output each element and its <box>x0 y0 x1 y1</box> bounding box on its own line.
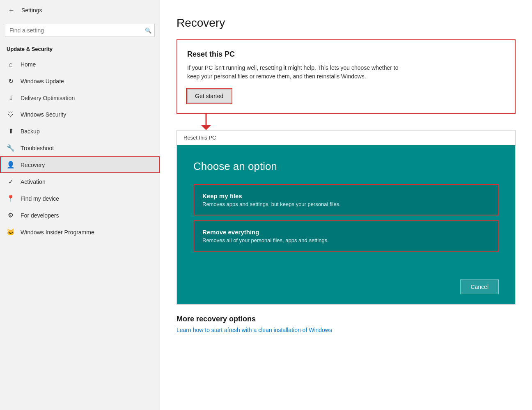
sidebar-item-label-windows-insider: Windows Insider Programme <box>21 229 94 236</box>
get-started-button[interactable]: Get started <box>187 89 231 103</box>
cancel-button[interactable]: Cancel <box>460 279 499 294</box>
sidebar-nav: ⌂Home↻Windows Update⤓Delivery Optimisati… <box>0 56 160 241</box>
more-recovery-options: More recovery options Learn how to start… <box>177 305 516 333</box>
sidebar-item-recovery[interactable]: 👤Recovery <box>0 156 160 173</box>
sidebar-item-label-backup: Backup <box>21 128 40 135</box>
dialog-heading: Choose an option <box>193 160 499 173</box>
dialog-footer: Cancel <box>177 273 515 304</box>
keep-files-option[interactable]: Keep my files Removes apps and settings,… <box>193 184 499 215</box>
reset-pc-card: Reset this PC If your PC isn't running w… <box>177 39 516 114</box>
find-my-device-icon: 📍 <box>7 195 15 202</box>
remove-everything-desc: Removes all of your personal files, apps… <box>202 237 490 243</box>
reset-dialog: Reset this PC Choose an option Keep my f… <box>177 130 516 305</box>
arrow-indicator <box>177 114 516 130</box>
section-label: Update & Security <box>0 44 160 56</box>
dialog-body: Choose an option Keep my files Removes a… <box>177 145 515 273</box>
sidebar-item-troubleshoot[interactable]: 🔧Troubleshoot <box>0 140 160 156</box>
dialog-titlebar: Reset this PC <box>177 131 515 145</box>
sidebar-item-label-recovery: Recovery <box>21 162 45 168</box>
keep-files-desc: Removes apps and settings, but keeps you… <box>202 201 490 207</box>
windows-security-icon: 🛡 <box>7 111 15 118</box>
main-content: Recovery Reset this PC If your PC isn't … <box>160 0 532 410</box>
app-title: Settings <box>21 7 42 14</box>
sidebar-item-for-developers[interactable]: ⚙For developers <box>0 207 160 224</box>
sidebar-item-label-troubleshoot: Troubleshoot <box>21 145 54 151</box>
back-icon: ← <box>8 7 15 14</box>
sidebar-item-find-my-device[interactable]: 📍Find my device <box>0 190 160 207</box>
sidebar-item-label-activation: Activation <box>21 179 46 185</box>
search-input[interactable] <box>5 24 155 37</box>
sidebar-item-windows-security[interactable]: 🛡Windows Security <box>0 106 160 123</box>
delivery-optimisation-icon: ⤓ <box>7 94 15 102</box>
sidebar-item-label-home: Home <box>21 61 36 68</box>
sidebar-item-delivery-optimisation[interactable]: ⤓Delivery Optimisation <box>0 89 160 106</box>
search-box: 🔍 <box>5 24 155 37</box>
search-icon: 🔍 <box>145 27 151 34</box>
reset-pc-title: Reset this PC <box>187 50 505 59</box>
remove-everything-title: Remove everything <box>202 229 490 236</box>
sidebar-item-label-for-developers: For developers <box>21 212 59 219</box>
sidebar-item-label-windows-security: Windows Security <box>21 111 66 118</box>
activation-icon: ✓ <box>7 178 15 186</box>
windows-insider-icon: 🐱 <box>7 228 15 236</box>
windows-update-icon: ↻ <box>7 77 15 85</box>
reset-pc-description: If your PC isn't running well, resetting… <box>187 64 401 81</box>
sidebar-item-windows-update[interactable]: ↻Windows Update <box>0 73 160 89</box>
back-button[interactable]: ← <box>7 5 16 16</box>
home-icon: ⌂ <box>7 61 15 68</box>
more-options-title: More recovery options <box>177 315 516 323</box>
sidebar: ← Settings 🔍 Update & Security ⌂Home↻Win… <box>0 0 160 410</box>
page-title: Recovery <box>177 16 516 30</box>
sidebar-item-backup[interactable]: ⬆Backup <box>0 123 160 140</box>
svg-marker-1 <box>201 125 211 130</box>
backup-icon: ⬆ <box>7 127 15 135</box>
clean-install-link[interactable]: Learn how to start afresh with a clean i… <box>177 327 332 333</box>
sidebar-item-label-windows-update: Windows Update <box>21 78 64 85</box>
sidebar-item-home[interactable]: ⌂Home <box>0 56 160 73</box>
recovery-icon: 👤 <box>7 161 15 169</box>
sidebar-item-label-delivery-optimisation: Delivery Optimisation <box>21 95 75 101</box>
sidebar-item-label-find-my-device: Find my device <box>21 195 59 202</box>
sidebar-item-activation[interactable]: ✓Activation <box>0 173 160 190</box>
titlebar: ← Settings <box>0 0 160 21</box>
keep-files-title: Keep my files <box>202 192 490 199</box>
troubleshoot-icon: 🔧 <box>7 144 15 152</box>
sidebar-item-windows-insider[interactable]: 🐱Windows Insider Programme <box>0 224 160 241</box>
remove-everything-option[interactable]: Remove everything Removes all of your pe… <box>193 220 499 252</box>
for-developers-icon: ⚙ <box>7 211 15 219</box>
